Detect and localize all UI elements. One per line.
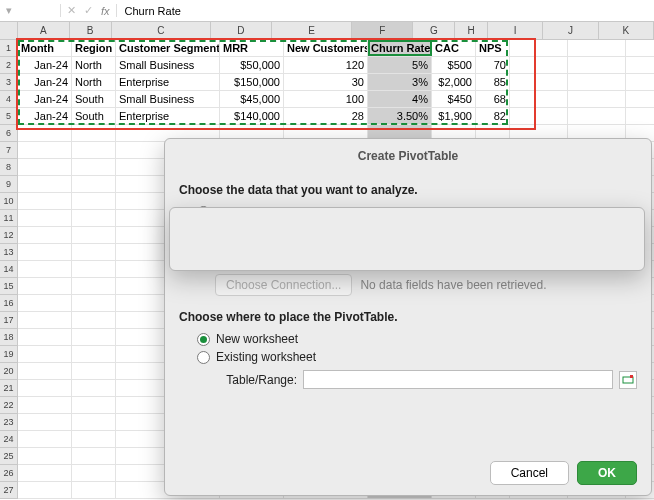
cell[interactable]	[18, 125, 72, 142]
col-header[interactable]: K	[599, 22, 654, 39]
col-header[interactable]: J	[543, 22, 598, 39]
row-header[interactable]: 8	[0, 159, 18, 176]
col-header[interactable]: H	[455, 22, 487, 39]
row-header[interactable]: 17	[0, 312, 18, 329]
cell[interactable]: South	[72, 91, 116, 108]
cell[interactable]: 68	[476, 91, 510, 108]
cell[interactable]	[510, 91, 568, 108]
cell[interactable]: CAC	[432, 40, 476, 57]
col-header[interactable]: A	[18, 22, 70, 39]
cell[interactable]	[18, 210, 72, 227]
cell[interactable]: 4%	[368, 91, 432, 108]
cell[interactable]: South	[72, 108, 116, 125]
row-header[interactable]: 26	[0, 465, 18, 482]
name-box[interactable]: ▾	[0, 4, 60, 17]
cell[interactable]	[18, 414, 72, 431]
cell[interactable]: North	[72, 74, 116, 91]
collapse-dialog-icon[interactable]	[619, 226, 637, 244]
cell[interactable]	[72, 227, 116, 244]
cell[interactable]	[72, 210, 116, 227]
cell[interactable]	[510, 108, 568, 125]
cell[interactable]	[72, 261, 116, 278]
cell[interactable]: $150,000	[220, 74, 284, 91]
cell[interactable]	[568, 91, 626, 108]
cell[interactable]: 3%	[368, 74, 432, 91]
radio-new-worksheet[interactable]	[197, 333, 210, 346]
formula-content[interactable]: Churn Rate	[117, 5, 181, 17]
cell[interactable]: Jan-24	[18, 57, 72, 74]
ok-button[interactable]: OK	[577, 461, 637, 485]
row-header[interactable]: 12	[0, 227, 18, 244]
cell[interactable]	[626, 74, 654, 91]
cell[interactable]	[72, 329, 116, 346]
row-header[interactable]: 16	[0, 295, 18, 312]
cell[interactable]: Jan-24	[18, 108, 72, 125]
cell[interactable]	[18, 142, 72, 159]
cell[interactable]	[72, 244, 116, 261]
fx-icon[interactable]: fx	[101, 5, 110, 17]
cancel-button[interactable]: Cancel	[490, 461, 569, 485]
cell[interactable]	[18, 380, 72, 397]
cell[interactable]	[18, 295, 72, 312]
row-header[interactable]: 11	[0, 210, 18, 227]
collapse-dialog-icon[interactable]	[619, 371, 637, 389]
cell[interactable]	[18, 159, 72, 176]
row-header[interactable]: 2	[0, 57, 18, 74]
col-header[interactable]: E	[272, 22, 352, 39]
cell[interactable]: New Customers	[284, 40, 368, 57]
radio-select-range[interactable]	[197, 206, 210, 219]
cell[interactable]: $140,000	[220, 108, 284, 125]
cell[interactable]	[18, 312, 72, 329]
row-header[interactable]: 25	[0, 448, 18, 465]
cell[interactable]: North	[72, 57, 116, 74]
cell[interactable]	[510, 74, 568, 91]
cell[interactable]: Jan-24	[18, 74, 72, 91]
col-header[interactable]: G	[413, 22, 455, 39]
cell[interactable]: $2,000	[432, 74, 476, 91]
cell[interactable]	[18, 431, 72, 448]
confirm-entry-icon[interactable]: ✓	[84, 4, 93, 17]
cell[interactable]: Enterprise	[116, 74, 220, 91]
cell[interactable]: Region	[72, 40, 116, 57]
cell[interactable]	[72, 380, 116, 397]
cell[interactable]	[568, 108, 626, 125]
cell[interactable]: 5%	[368, 57, 432, 74]
cell[interactable]	[72, 159, 116, 176]
cell[interactable]: Customer Segment	[116, 40, 220, 57]
cell[interactable]: Enterprise	[116, 108, 220, 125]
row-header[interactable]: 24	[0, 431, 18, 448]
cell[interactable]: Jan-24	[18, 91, 72, 108]
cell[interactable]: 82	[476, 108, 510, 125]
cell[interactable]	[568, 40, 626, 57]
row-header[interactable]: 7	[0, 142, 18, 159]
cell[interactable]	[72, 125, 116, 142]
cell[interactable]: $50,000	[220, 57, 284, 74]
cell[interactable]	[18, 448, 72, 465]
cell[interactable]	[568, 74, 626, 91]
col-header[interactable]: C	[112, 22, 211, 39]
cell[interactable]: $45,000	[220, 91, 284, 108]
cell[interactable]: Month	[18, 40, 72, 57]
cell[interactable]: 28	[284, 108, 368, 125]
cell[interactable]	[18, 193, 72, 210]
cell[interactable]	[18, 363, 72, 380]
cell[interactable]: 100	[284, 91, 368, 108]
cell[interactable]	[72, 431, 116, 448]
cell[interactable]	[72, 397, 116, 414]
cell[interactable]	[72, 363, 116, 380]
cell[interactable]: NPS	[476, 40, 510, 57]
col-header[interactable]: D	[211, 22, 272, 39]
cell[interactable]	[18, 244, 72, 261]
row-header[interactable]: 3	[0, 74, 18, 91]
cell[interactable]	[18, 176, 72, 193]
cell[interactable]: $450	[432, 91, 476, 108]
cell[interactable]	[626, 108, 654, 125]
row-header[interactable]: 21	[0, 380, 18, 397]
row-header[interactable]: 4	[0, 91, 18, 108]
cell[interactable]: 70	[476, 57, 510, 74]
cell[interactable]	[72, 312, 116, 329]
cell[interactable]: 120	[284, 57, 368, 74]
row-header[interactable]: 27	[0, 482, 18, 499]
radio-existing-worksheet[interactable]	[197, 351, 210, 364]
row-header[interactable]: 23	[0, 414, 18, 431]
